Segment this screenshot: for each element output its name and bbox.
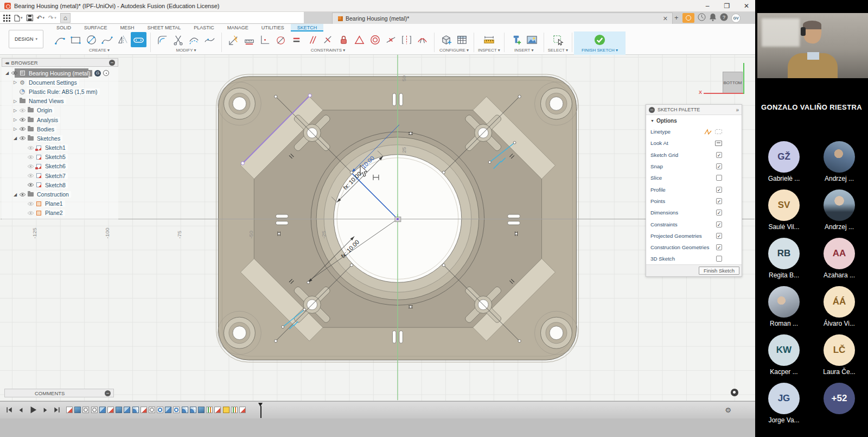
timeline-feature-chamfer-icon[interactable] — [99, 407, 106, 413]
browser-item-plane1[interactable]: Plane1 — [2, 199, 118, 208]
group-label[interactable]: CONFIGURE ▾ — [439, 48, 469, 53]
mirror-tool-icon[interactable] — [115, 32, 131, 47]
participant-tile-lvaro-vi[interactable]: ÁÁÁlvaro Vi... — [816, 286, 863, 327]
browser-item-sketch1[interactable]: Sketch1 — [2, 143, 118, 153]
curvature-constraint-icon[interactable] — [414, 32, 430, 47]
timeline-feature-solid-icon[interactable] — [198, 407, 205, 413]
checkbox[interactable]: ✓ — [716, 198, 722, 204]
expand-icon[interactable]: ▷ — [12, 126, 18, 131]
visibility-eye-icon[interactable] — [27, 145, 35, 150]
expand-icon[interactable]: ▷ — [12, 80, 18, 85]
workspace-selector[interactable]: DESIGN▾ — [9, 30, 43, 48]
timeline-feature-sketch-icon[interactable] — [214, 407, 221, 413]
timeline-feature-mate-icon[interactable] — [231, 407, 238, 413]
timeline-marker[interactable] — [258, 403, 263, 418]
timeline-feature-sketch-icon[interactable] — [239, 407, 246, 413]
browser-item-sketches[interactable]: ◢Sketches — [2, 134, 118, 143]
group-label[interactable]: FINISH SKETCH ▾ — [582, 48, 618, 53]
timeline-end-icon[interactable] — [53, 406, 61, 416]
group-label[interactable]: CREATE ▾ — [89, 48, 110, 53]
dimension-tool-icon[interactable] — [226, 32, 241, 47]
group-label[interactable]: INSPECT ▾ — [478, 48, 500, 53]
freeform-tool-icon[interactable] — [202, 32, 218, 47]
visibility-eye-icon[interactable] — [18, 136, 27, 141]
palette-option-projected-geometries[interactable]: Projected Geometries✓ — [646, 230, 742, 242]
trim-tool-icon[interactable] — [170, 32, 186, 47]
timeline-feature-hole-icon[interactable] — [173, 407, 180, 413]
speaker-video[interactable] — [757, 13, 868, 78]
palette-option-constraints[interactable]: Constraints✓ — [646, 218, 742, 230]
expand-icon[interactable]: ◢ — [4, 71, 10, 75]
collapse-panel-icon[interactable]: ◂◂ — [5, 60, 8, 66]
redo-icon[interactable]: ↷▾ — [48, 14, 56, 22]
visibility-eye-icon[interactable] — [27, 211, 35, 216]
line-tool-icon[interactable] — [52, 32, 68, 47]
concentric-constraint-icon[interactable] — [367, 32, 383, 47]
palette-option-sketch-grid[interactable]: Sketch Grid✓ — [646, 149, 742, 161]
participant-tile-saul-vil[interactable]: SVSaulė Vil... — [761, 189, 807, 231]
tab-mesh[interactable]: MESH — [114, 24, 141, 31]
tab-surface[interactable]: SURFACE — [78, 24, 114, 31]
timeline-feature-sketch-icon[interactable] — [141, 407, 147, 413]
timeline-feature-solid-icon[interactable] — [116, 407, 122, 413]
close-button[interactable]: ✕ — [742, 2, 751, 10]
palette-option-points[interactable]: Points✓ — [646, 195, 742, 207]
document-tab[interactable]: Bearing Housing (metal)* ✕ — [332, 12, 673, 24]
perpendicular-constraint-icon[interactable] — [320, 32, 336, 47]
project-tool-icon[interactable] — [257, 32, 273, 47]
tab-manage[interactable]: MANAGE — [221, 24, 255, 31]
timeline-feature-sketch-icon[interactable] — [107, 407, 114, 413]
browser-item-sketch7[interactable]: Sketch7 — [2, 171, 118, 180]
timeline-feature-sketch-icon[interactable] — [66, 407, 73, 413]
minimize-button[interactable]: – — [703, 2, 712, 10]
checkbox[interactable] — [716, 256, 722, 262]
tab-sheet-metal[interactable]: SHEET METAL — [141, 24, 188, 31]
expand-icon[interactable]: ◢ — [12, 192, 18, 197]
checkbox[interactable]: ✓ — [716, 233, 722, 239]
configure-icon[interactable] — [438, 32, 454, 47]
browser-item-plane2[interactable]: Plane2 — [2, 208, 118, 218]
visibility-eye-icon[interactable] — [27, 173, 35, 178]
conic-tool-icon[interactable] — [273, 32, 289, 47]
timeline-feature-hole-icon[interactable] — [157, 407, 163, 413]
insert-image-icon[interactable] — [524, 32, 540, 47]
coincident-constraint-icon[interactable] — [352, 32, 367, 47]
midpoint-constraint-icon[interactable] — [383, 32, 399, 47]
participant-tile-regita-b[interactable]: RBRegita B... — [761, 238, 807, 279]
notifications-bell-icon[interactable] — [709, 13, 717, 23]
pattern-tool-icon[interactable] — [241, 32, 257, 47]
palette-option-3d-sketch[interactable]: 3D Sketch — [646, 253, 742, 264]
file-menu-icon[interactable]: ▾ — [14, 15, 23, 22]
visibility-eye-icon[interactable] — [27, 164, 35, 169]
participant-tile-roman[interactable]: Roman ... — [761, 286, 807, 327]
expand-icon[interactable]: ▷ — [12, 117, 18, 122]
viewcube[interactable]: BOTTOM — [723, 72, 743, 93]
palette-option-linetype[interactable]: Linetype — [646, 126, 742, 137]
finish-check-icon[interactable] — [592, 32, 608, 47]
new-tab-icon[interactable]: + — [674, 14, 679, 22]
visibility-eye-icon[interactable] — [18, 126, 27, 131]
group-label[interactable]: CONSTRAINTS ▾ — [311, 48, 346, 53]
timeline-play-icon[interactable] — [29, 406, 37, 416]
expand-icon[interactable]: ▷ — [12, 99, 18, 104]
fix-constraint-icon[interactable] — [336, 32, 352, 47]
recent-activity-icon[interactable] — [698, 13, 706, 23]
tab-sketch[interactable]: SKETCH — [291, 24, 324, 31]
checkbox[interactable]: ✓ — [716, 163, 722, 169]
tab-close-icon[interactable]: ✕ — [663, 15, 668, 22]
help-icon[interactable]: ? — [720, 13, 728, 23]
browser-item-analysis[interactable]: ▷Analysis — [2, 115, 118, 124]
symmetry-constraint-icon[interactable] — [399, 32, 414, 47]
palette-option-snap[interactable]: Snap✓ — [646, 161, 742, 172]
palette-options-icon[interactable]: – — [649, 107, 655, 113]
timeline-feature-pattern-icon[interactable] — [149, 407, 155, 413]
maximize-button[interactable]: ❐ — [723, 2, 731, 10]
checkbox[interactable]: ✓ — [716, 187, 722, 193]
timeline-feature-form-icon[interactable] — [223, 407, 229, 413]
timeline-feature-fillet-icon[interactable] — [182, 407, 188, 413]
timeline-feature-pattern-icon[interactable] — [91, 407, 98, 413]
timeline-prev-icon[interactable] — [17, 406, 24, 416]
construction-linetype-icon[interactable] — [704, 129, 712, 135]
participant-tile-jorge-va[interactable]: JGJorge Va... — [761, 383, 807, 424]
browser-options-icon[interactable]: – — [109, 60, 115, 66]
